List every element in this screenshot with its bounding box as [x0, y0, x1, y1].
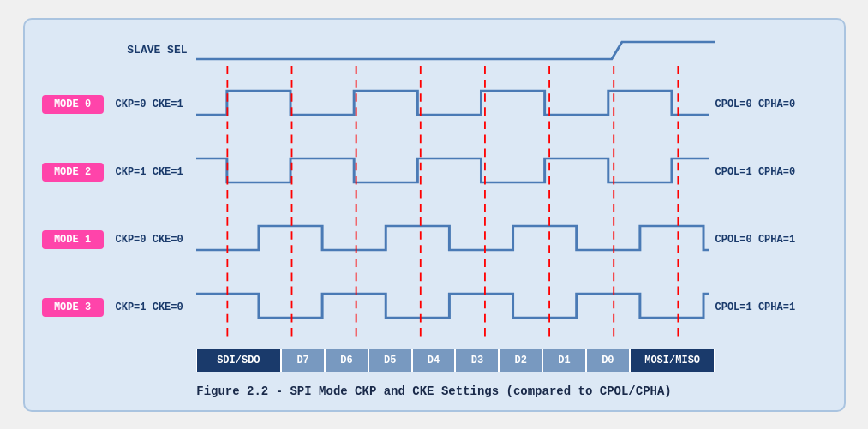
mode1-cpol-label: CPOL=0 CPHA=1	[715, 234, 827, 246]
waveform-rows: MODE 0 CKP=0 CKE=1 CPOL=0 CPHA=0 MODE 2 …	[42, 71, 827, 342]
mode3-row: MODE 3 CKP=1 CKE=0 CPOL=1 CPHA=1	[42, 285, 827, 330]
figure-caption: Figure 2.2 - SPI Mode CKP and CKE Settin…	[42, 384, 827, 398]
data-bus-row: SDI/SDO D7 D6 D5 D4 D3 D2 D1 D0 MOSI/MIS…	[42, 347, 827, 374]
mode0-wave	[196, 84, 709, 125]
diagram-container: SLAVE SEL MODE 0 CKP=0 CKE=1	[23, 18, 846, 412]
diagram-area: SLAVE SEL MODE 0 CKP=0 CKE=1	[42, 35, 827, 378]
mode1-badge: MODE 1	[42, 230, 104, 249]
mode3-ck-label: CKP=1 CKE=0	[116, 301, 201, 313]
d3-cell: D3	[455, 349, 499, 372]
d0-cell: D0	[586, 349, 630, 372]
slave-sel-label: SLAVE SEL	[127, 44, 187, 57]
mode3-wave	[196, 287, 709, 328]
mode1-ck-label: CKP=0 CKE=0	[116, 234, 201, 246]
mode3-cpol-label: CPOL=1 CPHA=1	[715, 301, 827, 313]
mode2-wave	[196, 152, 709, 193]
mode2-cpol-label: CPOL=1 CPHA=0	[715, 166, 827, 178]
sdi-sdo-cell: SDI/SDO	[196, 349, 282, 372]
mode2-badge: MODE 2	[42, 163, 104, 182]
mode0-row: MODE 0 CKP=0 CKE=1 CPOL=0 CPHA=0	[42, 82, 827, 127]
d4-cell: D4	[412, 349, 456, 372]
mode2-row: MODE 2 CKP=1 CKE=1 CPOL=1 CPHA=0	[42, 150, 827, 194]
d5-cell: D5	[368, 349, 412, 372]
mode1-row: MODE 1 CKP=0 CKE=0 CPOL=0 CPHA=1	[42, 217, 827, 262]
d7-cell: D7	[281, 349, 325, 372]
mode2-ck-label: CKP=1 CKE=1	[116, 166, 201, 178]
d6-cell: D6	[325, 349, 368, 372]
d1-cell: D1	[542, 349, 586, 372]
mosi-miso-cell: MOSI/MISO	[630, 349, 715, 372]
mode1-wave	[196, 219, 709, 260]
d2-cell: D2	[499, 349, 542, 372]
mode0-ck-label: CKP=0 CKE=1	[116, 98, 201, 110]
mode3-badge: MODE 3	[42, 298, 104, 317]
mode0-badge: MODE 0	[42, 95, 104, 114]
mode0-cpol-label: CPOL=0 CPHA=0	[715, 98, 827, 110]
bus-container: SDI/SDO D7 D6 D5 D4 D3 D2 D1 D0 MOSI/MIS…	[196, 349, 715, 372]
